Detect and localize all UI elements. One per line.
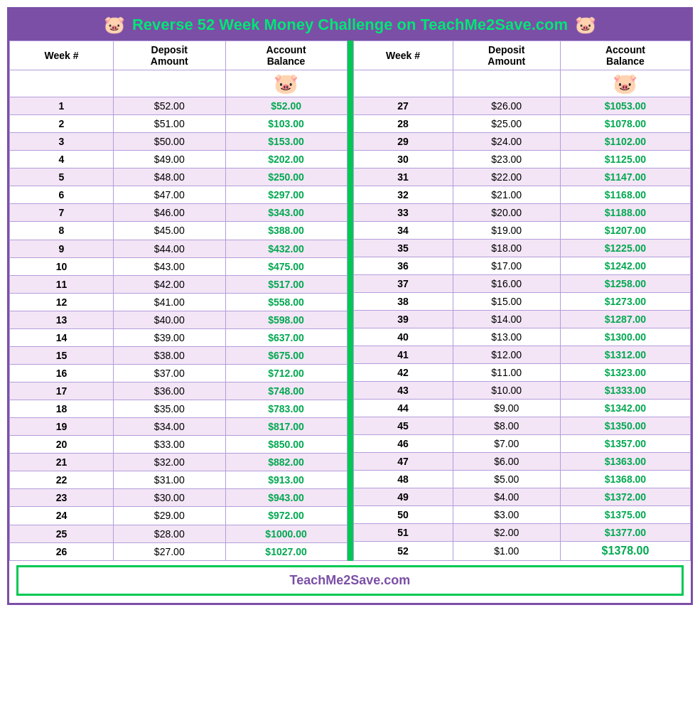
left-table-row: 23 $30.00 $943.00 bbox=[10, 489, 348, 507]
left-table-row: 7 $46.00 $343.00 bbox=[10, 204, 348, 222]
left-week-num: 17 bbox=[10, 382, 114, 400]
page-wrapper: 🐷 Reverse 52 Week Money Challenge on Tea… bbox=[7, 7, 693, 605]
right-table: Week # DepositAmount AccountBalance 🐷 27… bbox=[353, 41, 691, 561]
right-table-row: 44 $9.00 $1342.00 bbox=[353, 400, 691, 417]
left-balance: $517.00 bbox=[225, 275, 347, 293]
right-week-num: 41 bbox=[353, 346, 453, 364]
right-balance: $1053.00 bbox=[560, 97, 690, 115]
left-balance: $202.00 bbox=[225, 151, 347, 168]
left-week-num: 10 bbox=[10, 257, 114, 275]
left-week-num: 18 bbox=[10, 400, 114, 418]
right-balance: $1372.00 bbox=[560, 488, 690, 506]
right-balance: $1350.00 bbox=[560, 417, 690, 435]
left-table-row: 22 $31.00 $913.00 bbox=[10, 471, 348, 489]
right-week-num: 38 bbox=[353, 293, 453, 311]
right-table-body: 27 $26.00 $1053.00 28 $25.00 $1078.00 29… bbox=[353, 97, 691, 561]
left-week-num: 24 bbox=[10, 507, 114, 525]
right-deposit: $19.00 bbox=[453, 222, 560, 240]
left-week-num: 6 bbox=[10, 186, 114, 204]
left-deposit: $27.00 bbox=[113, 542, 225, 560]
right-deposit: $12.00 bbox=[453, 346, 560, 364]
right-balance: $1102.00 bbox=[560, 133, 690, 151]
left-week-num: 4 bbox=[10, 151, 114, 168]
left-deposit: $50.00 bbox=[113, 133, 225, 151]
right-table-row: 31 $22.00 $1147.00 bbox=[353, 168, 691, 186]
right-balance: $1378.00 bbox=[560, 542, 690, 561]
left-deposit: $28.00 bbox=[113, 525, 225, 542]
footer-bar: TeachMe2Save.com bbox=[16, 565, 684, 596]
left-table-row: 3 $50.00 $153.00 bbox=[10, 133, 348, 151]
page-title: Reverse 52 Week Money Challenge on Teach… bbox=[132, 16, 568, 34]
right-deposit: $24.00 bbox=[453, 133, 560, 151]
left-deposit: $48.00 bbox=[113, 168, 225, 186]
left-deposit: $33.00 bbox=[113, 436, 225, 454]
right-week-num: 42 bbox=[353, 364, 453, 382]
left-deposit: $45.00 bbox=[113, 222, 225, 240]
right-table-row: 34 $19.00 $1207.00 bbox=[353, 222, 691, 240]
right-balance: $1368.00 bbox=[560, 471, 690, 488]
left-week-num: 5 bbox=[10, 168, 114, 186]
right-balance: $1078.00 bbox=[560, 115, 690, 133]
left-week-num: 19 bbox=[10, 418, 114, 436]
right-balance: $1357.00 bbox=[560, 435, 690, 453]
right-balance: $1273.00 bbox=[560, 293, 690, 311]
right-table-row: 35 $18.00 $1225.00 bbox=[353, 240, 691, 257]
right-table-row: 29 $24.00 $1102.00 bbox=[353, 133, 691, 151]
left-balance: $637.00 bbox=[225, 328, 347, 346]
right-week-num: 31 bbox=[353, 168, 453, 186]
right-balance: $1168.00 bbox=[560, 186, 690, 204]
left-table-row: 12 $41.00 $558.00 bbox=[10, 293, 348, 311]
right-balance: $1300.00 bbox=[560, 328, 690, 346]
left-balance: $250.00 bbox=[225, 168, 347, 186]
right-week-num: 48 bbox=[353, 471, 453, 488]
left-balance: $943.00 bbox=[225, 489, 347, 507]
right-table-row: 41 $12.00 $1312.00 bbox=[353, 346, 691, 364]
left-balance: $748.00 bbox=[225, 382, 347, 400]
right-balance: $1242.00 bbox=[560, 257, 690, 275]
left-week-num: 16 bbox=[10, 364, 114, 382]
right-deposit: $16.00 bbox=[453, 275, 560, 293]
left-deposit: $41.00 bbox=[113, 293, 225, 311]
right-deposit: $5.00 bbox=[453, 471, 560, 488]
left-header-row: Week # DepositAmount AccountBalance bbox=[10, 41, 348, 70]
right-week-num: 51 bbox=[353, 524, 453, 542]
right-table-row: 52 $1.00 $1378.00 bbox=[353, 542, 691, 561]
left-deposit: $36.00 bbox=[113, 382, 225, 400]
left-week-num: 25 bbox=[10, 525, 114, 542]
left-week-num: 11 bbox=[10, 275, 114, 293]
right-balance: $1342.00 bbox=[560, 400, 690, 417]
left-week-num: 1 bbox=[10, 97, 114, 115]
right-deposit: $10.00 bbox=[453, 382, 560, 400]
right-balance: $1258.00 bbox=[560, 275, 690, 293]
pig-icon-right-table: 🐷 bbox=[613, 73, 637, 95]
right-col1-header: Week # bbox=[353, 41, 453, 70]
left-week-num: 21 bbox=[10, 454, 114, 471]
right-table-row: 32 $21.00 $1168.00 bbox=[353, 186, 691, 204]
left-balance: $558.00 bbox=[225, 293, 347, 311]
left-deposit: $34.00 bbox=[113, 418, 225, 436]
right-deposit: $13.00 bbox=[453, 328, 560, 346]
right-deposit: $4.00 bbox=[453, 488, 560, 506]
left-week-num: 9 bbox=[10, 240, 114, 257]
right-week-num: 46 bbox=[353, 435, 453, 453]
left-balance: $1027.00 bbox=[225, 542, 347, 560]
right-table-row: 48 $5.00 $1368.00 bbox=[353, 471, 691, 488]
right-pig-row: 🐷 bbox=[353, 70, 691, 97]
right-week-num: 50 bbox=[353, 506, 453, 524]
left-deposit: $49.00 bbox=[113, 151, 225, 168]
right-header-row: Week # DepositAmount AccountBalance bbox=[353, 41, 691, 70]
table-container: Week # DepositAmount AccountBalance 🐷 1 … bbox=[9, 41, 691, 561]
left-balance: $103.00 bbox=[225, 115, 347, 133]
right-deposit: $11.00 bbox=[453, 364, 560, 382]
right-deposit: $23.00 bbox=[453, 151, 560, 168]
right-col3-header: AccountBalance bbox=[560, 41, 690, 70]
left-week-num: 13 bbox=[10, 311, 114, 328]
left-table-row: 24 $29.00 $972.00 bbox=[10, 507, 348, 525]
right-week-num: 34 bbox=[353, 222, 453, 240]
left-table-row: 9 $44.00 $432.00 bbox=[10, 240, 348, 257]
left-table-row: 17 $36.00 $748.00 bbox=[10, 382, 348, 400]
left-balance: $432.00 bbox=[225, 240, 347, 257]
pig-icon-left: 🐷 bbox=[104, 15, 125, 35]
right-deposit: $20.00 bbox=[453, 204, 560, 222]
right-deposit: $22.00 bbox=[453, 168, 560, 186]
